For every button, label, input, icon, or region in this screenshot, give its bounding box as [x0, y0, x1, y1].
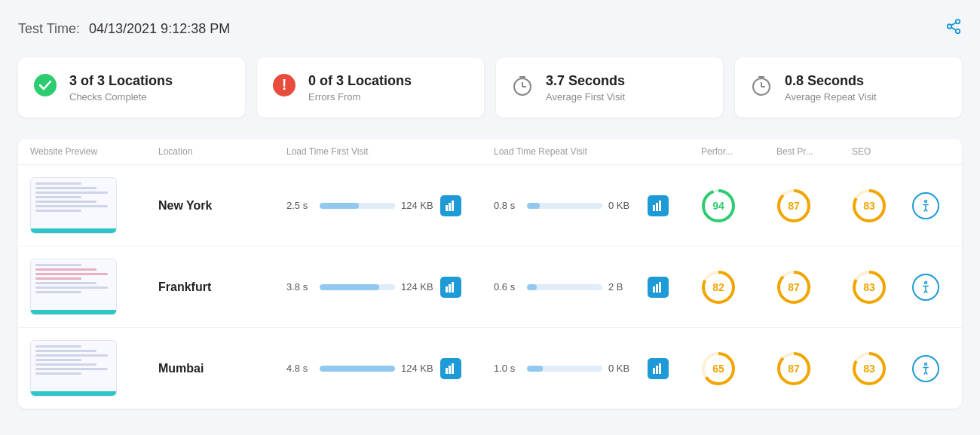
first-visit-frankfurt: 3.8 s 124 KB — [286, 277, 494, 298]
svg-rect-46 — [452, 363, 454, 374]
results-table: Website Preview Location Load Time First… — [18, 139, 962, 409]
test-datetime: 04/13/2021 9:12:38 PM — [89, 21, 230, 37]
perf-score-fra: 82 — [701, 270, 776, 305]
timer-icon-2 — [750, 74, 773, 102]
svg-rect-22 — [656, 203, 658, 211]
seo-score-mum: 83 — [852, 351, 912, 386]
first-time-mum: 4.8 s — [286, 363, 314, 374]
card-4-text: 0.8 Seconds Average Repeat Visit — [785, 72, 877, 103]
col-seo: SEO — [852, 146, 912, 157]
preview-new-york — [30, 177, 158, 234]
col-best: Best Pr... — [776, 146, 852, 157]
repeat-time-mum: 1.0 s — [494, 363, 521, 374]
check-icon — [33, 73, 57, 103]
first-bar-mum — [320, 366, 395, 372]
summary-cards: 3 of 3 Locations Checks Complete ! 0 of … — [18, 57, 962, 118]
repeat-size-ny: 0 KB — [608, 200, 642, 211]
repeat-bar-mum — [527, 366, 602, 372]
card-1-sub: Checks Complete — [69, 91, 173, 103]
repeat-bar-ny — [527, 203, 602, 209]
best-value-ny: 87 — [788, 200, 800, 212]
table-row: Mumbai 4.8 s 124 KB 1.0 s 0 KB — [18, 328, 962, 409]
card-4-main: 0.8 Seconds — [785, 72, 877, 90]
chart-btn-repeat-ny[interactable] — [648, 195, 669, 216]
chart-btn-first-mum[interactable] — [440, 358, 461, 379]
card-avg-first: 3.7 Seconds Average First Visit — [496, 57, 723, 118]
svg-point-30 — [925, 200, 927, 202]
chart-btn-repeat-fra[interactable] — [648, 277, 669, 298]
repeat-visit-new-york: 0.8 s 0 KB — [494, 195, 701, 216]
col-preview: Website Preview — [30, 146, 158, 157]
svg-line-3 — [951, 27, 956, 30]
card-2-main: 0 of 3 Locations — [308, 72, 412, 90]
location-mumbai: Mumbai — [158, 362, 286, 375]
chart-btn-first-fra[interactable] — [440, 277, 461, 298]
card-3-sub: Average First Visit — [546, 91, 625, 103]
first-size-mum: 124 KB — [401, 363, 434, 374]
perf-score-ny: 94 — [701, 188, 776, 223]
table-header: Website Preview Location Load Time First… — [18, 139, 962, 165]
table-row: New York 2.5 s 124 KB 0.8 s 0 KB — [18, 165, 962, 247]
location-new-york: New York — [158, 199, 286, 213]
svg-rect-34 — [653, 286, 655, 293]
first-size-fra: 124 KB — [401, 281, 434, 293]
svg-point-43 — [925, 281, 927, 283]
chart-btn-repeat-mum[interactable] — [648, 358, 669, 379]
svg-rect-31 — [446, 286, 448, 293]
accessibility-fra[interactable] — [912, 274, 950, 301]
accessibility-ny[interactable] — [912, 192, 950, 219]
svg-rect-48 — [656, 366, 658, 374]
best-value-mum: 87 — [788, 363, 800, 375]
page-header: Test Time: 04/13/2021 9:12:38 PM — [18, 18, 962, 39]
svg-rect-18 — [446, 205, 448, 211]
best-score-mum: 87 — [776, 351, 852, 386]
svg-rect-33 — [452, 282, 454, 293]
svg-rect-20 — [452, 201, 454, 211]
seo-value-fra: 83 — [863, 281, 875, 293]
repeat-size-mum: 0 KB — [608, 363, 642, 374]
col-perf: Perfor... — [701, 146, 776, 157]
perf-score-mum: 65 — [701, 351, 776, 386]
first-time-ny: 2.5 s — [286, 200, 314, 211]
col-first-visit: Load Time First Visit — [286, 146, 494, 157]
table-row: Frankfurt 3.8 s 124 KB 0.6 s 2 B — [18, 247, 962, 328]
seo-score-fra: 83 — [852, 270, 912, 305]
card-2-sub: Errors From — [308, 91, 412, 103]
card-1-main: 3 of 3 Locations — [69, 72, 173, 90]
svg-line-4 — [951, 23, 956, 26]
perf-value-fra: 82 — [712, 281, 724, 293]
first-bar-fra — [320, 284, 395, 290]
card-1-text: 3 of 3 Locations Checks Complete — [69, 72, 173, 103]
svg-point-5 — [34, 74, 57, 96]
seo-score-ny: 83 — [852, 188, 912, 223]
accessibility-mum[interactable] — [912, 355, 950, 382]
perf-value-mum: 65 — [712, 363, 724, 375]
chart-btn-first-ny[interactable] — [440, 195, 461, 216]
header-left: Test Time: 04/13/2021 9:12:38 PM — [18, 21, 230, 37]
preview-frankfurt — [30, 259, 158, 315]
svg-rect-49 — [659, 363, 661, 374]
seo-value-ny: 83 — [863, 200, 875, 212]
col-repeat-visit: Load Time Repeat Visit — [494, 146, 701, 157]
card-avg-repeat: 0.8 Seconds Average Repeat Visit — [735, 57, 962, 118]
best-value-fra: 87 — [788, 281, 800, 293]
test-time-label: Test Time: — [18, 21, 80, 37]
col-location: Location — [158, 146, 286, 157]
first-visit-new-york: 2.5 s 124 KB — [286, 195, 494, 216]
best-score-ny: 87 — [776, 188, 852, 223]
timer-icon-1 — [511, 74, 534, 102]
col-access — [912, 146, 950, 157]
repeat-visit-frankfurt: 0.6 s 2 B — [494, 277, 701, 298]
svg-text:!: ! — [282, 76, 287, 93]
location-frankfurt: Frankfurt — [158, 280, 286, 294]
best-score-fra: 87 — [776, 270, 852, 305]
svg-rect-35 — [656, 284, 658, 293]
svg-rect-21 — [653, 205, 655, 211]
share-icon[interactable] — [945, 18, 962, 39]
preview-mumbai — [30, 340, 158, 397]
perf-value-ny: 94 — [712, 200, 724, 212]
card-2-text: 0 of 3 Locations Errors From — [308, 72, 412, 103]
card-errors-from: ! 0 of 3 Locations Errors From — [257, 57, 484, 118]
first-visit-mumbai: 4.8 s 124 KB — [286, 358, 494, 379]
repeat-bar-fra — [527, 284, 602, 290]
